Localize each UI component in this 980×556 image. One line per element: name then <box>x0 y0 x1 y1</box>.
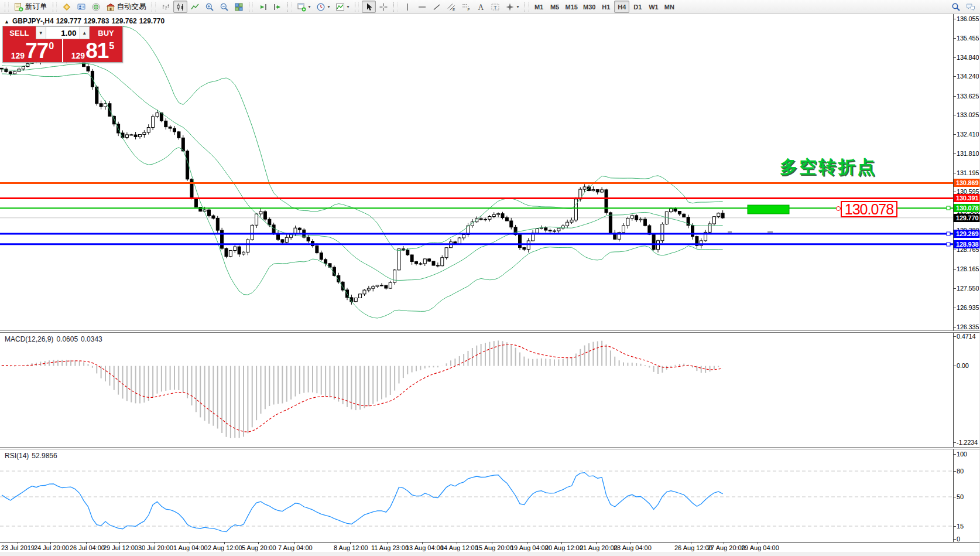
time-tick <box>18 543 18 544</box>
chat-button[interactable] <box>964 1 978 13</box>
price-tick: 134.840 <box>957 53 979 62</box>
toolbar-button-label: 新订单 <box>25 2 47 12</box>
webphone-button[interactable] <box>89 1 103 13</box>
collapse-icon[interactable]: ▲ <box>4 19 9 25</box>
rsi-axis[interactable]: 1008050150 <box>953 449 980 542</box>
fibonacci-button[interactable]: F <box>459 1 473 13</box>
price-tick: 133.625 <box>957 92 979 100</box>
trendline-icon <box>432 2 441 12</box>
macd-axis[interactable]: 0.47140.00-1.2234 <box>953 333 980 447</box>
toolbar-grip <box>152 2 156 12</box>
new-chart-button[interactable]: ▾ <box>294 1 313 13</box>
bottom-strip <box>0 552 980 556</box>
crosshair-button[interactable] <box>376 1 390 13</box>
trendline-button[interactable] <box>430 1 444 13</box>
timeframe-h1-button[interactable]: H1 <box>598 1 614 13</box>
new-order-button[interactable]: 新订单 <box>12 1 50 13</box>
tile-windows-button[interactable] <box>232 1 246 13</box>
rsi-tick: 80 <box>957 467 964 475</box>
candlestick-chart-button[interactable] <box>173 1 187 13</box>
volume-increase-button[interactable]: ▲ <box>80 26 90 39</box>
market-watch-button[interactable] <box>60 1 74 13</box>
turning-point-annotation[interactable]: 多空转折点 <box>780 155 876 179</box>
buy-price-button[interactable]: 129815 <box>63 39 122 62</box>
chart-shift-button[interactable] <box>270 1 285 13</box>
time-tick <box>724 543 724 544</box>
time-label: 5 Aug 20:00 <box>242 544 276 551</box>
time-label: 30 Jul 20:00 <box>138 544 173 551</box>
time-tick <box>294 543 295 544</box>
chart-shift-icon <box>273 2 282 12</box>
timeframe-w1-button[interactable]: W1 <box>646 1 661 13</box>
rsi-plot[interactable] <box>0 449 953 542</box>
new-chart-icon <box>297 2 306 12</box>
auto-scroll-button[interactable] <box>256 1 270 13</box>
price-axis[interactable]: 136.055135.455134.840134.240133.625133.0… <box>953 14 980 330</box>
text-button[interactable]: A <box>474 1 488 13</box>
price-label-box[interactable]: 130.078 <box>841 201 897 217</box>
line-chart-button[interactable] <box>188 1 202 13</box>
time-tick <box>350 543 351 544</box>
time-label: 13 Aug 04:00 <box>406 544 444 551</box>
buy-price-fraction: 5 <box>109 41 114 52</box>
search-button[interactable] <box>949 1 963 13</box>
shapes-icon <box>505 2 515 12</box>
chevron-down-icon: ▾ <box>328 4 330 9</box>
buy-button[interactable]: BUY <box>90 26 122 39</box>
navigator-button[interactable] <box>74 1 88 13</box>
cursor-button[interactable] <box>362 1 376 13</box>
label-button[interactable]: T <box>488 1 502 13</box>
volume-input[interactable] <box>46 26 80 39</box>
timeframe-h4-button[interactable]: H4 <box>614 1 629 13</box>
time-label: 21 Aug 20:00 <box>580 544 618 551</box>
svg-text:E: E <box>453 7 455 11</box>
timeframe-m1-button[interactable]: M1 <box>532 1 547 13</box>
price-badge: 130.078 <box>954 204 980 212</box>
rsi-tick: 50 <box>957 493 964 501</box>
svg-text:T: T <box>494 4 497 10</box>
zoom-out-button[interactable] <box>217 1 231 13</box>
time-axis[interactable]: 23 Jul 201924 Jul 20:0026 Jul 04:0029 Ju… <box>0 542 980 552</box>
time-tick <box>561 543 562 544</box>
sell-button[interactable]: SELL <box>3 26 36 39</box>
macd-plot[interactable] <box>0 333 953 447</box>
time-tick <box>596 543 597 544</box>
time-label: 7 Aug 04:00 <box>278 544 313 551</box>
chart-header: ▲GBPJPY-,H4129.777129.783129.762129.770 <box>4 17 167 25</box>
autotrading-button[interactable]: 自动交易 <box>104 1 149 13</box>
timeframe-m15-button[interactable]: M15 <box>563 1 580 13</box>
pane-separator[interactable] <box>0 330 980 333</box>
timeframe-m30-button[interactable]: M30 <box>581 1 598 13</box>
rsi-name: RSI(14) <box>5 452 29 460</box>
main-toolbar: 新订单自动交易▾▾▾EFAT▾M1M5M15M30H1H4D1W1MN <box>0 0 980 14</box>
buy-price-prefix: 129 <box>71 51 85 60</box>
timeframe-d1-button[interactable]: D1 <box>630 1 645 13</box>
time-label: 29 Aug 04:00 <box>741 544 779 551</box>
window-edge <box>979 14 979 556</box>
time-tick <box>119 543 120 544</box>
time-tick <box>758 543 758 544</box>
volume-decrease-button[interactable]: ▼ <box>36 26 46 39</box>
indicators-button[interactable]: ▾ <box>333 1 352 13</box>
zoom-in-button[interactable] <box>203 1 217 13</box>
candlestick-chart-icon <box>176 2 185 12</box>
price-tick: 127.550 <box>957 284 979 292</box>
channel-button[interactable]: E <box>444 1 458 13</box>
timeframe-m5-button[interactable]: M5 <box>547 1 563 13</box>
pane-separator[interactable] <box>0 447 980 449</box>
buy-price-main: 81 <box>85 41 108 61</box>
bar-chart-button[interactable] <box>159 1 173 13</box>
price-badge: 130.869 <box>954 179 980 187</box>
timeframe-mn-button[interactable]: MN <box>662 1 677 13</box>
macd-tick: 0.4714 <box>957 333 975 340</box>
toolbar-grip <box>249 2 253 12</box>
sell-price-button[interactable]: 129770 <box>3 39 62 62</box>
vertical-line-button[interactable] <box>400 1 414 13</box>
sell-price-prefix: 129 <box>11 51 25 60</box>
time-label: 14 Aug 12:00 <box>440 544 478 551</box>
label-icon: T <box>491 2 500 12</box>
profiles-button[interactable]: ▾ <box>314 1 333 13</box>
horizontal-line-button[interactable] <box>415 1 429 13</box>
shapes-button[interactable]: ▾ <box>503 1 522 13</box>
rsi-value: 52.9856 <box>32 452 57 460</box>
